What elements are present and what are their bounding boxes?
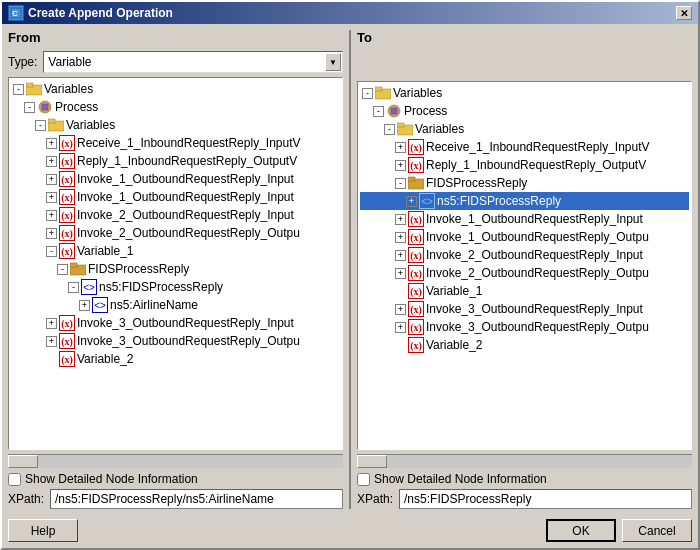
tree-row[interactable]: + (x) Invoke_1_OutboundRequestReply_Inpu…: [11, 170, 340, 188]
tree-row-selected[interactable]: + <> ns5:FIDSProcessReply: [360, 192, 689, 210]
help-button[interactable]: Help: [8, 519, 78, 542]
expander-icon[interactable]: -: [395, 178, 406, 189]
tree-row[interactable]: + (x) Invoke_1_OutboundRequestReply_Outp…: [360, 228, 689, 246]
expander-icon[interactable]: +: [395, 232, 406, 243]
ok-button[interactable]: OK: [546, 519, 616, 542]
expander-icon[interactable]: +: [395, 214, 406, 225]
expander-icon[interactable]: +: [46, 210, 57, 221]
tree-row[interactable]: (x) Variable_2: [360, 336, 689, 354]
node-label: Invoke_3_OutboundRequestReply_Input: [77, 316, 294, 330]
expander-icon[interactable]: +: [79, 300, 90, 311]
node-label: Reply_1_InboundRequestReply_OutputV: [426, 158, 646, 172]
scrollbar-thumb[interactable]: [357, 455, 387, 468]
var-icon: (x): [59, 351, 75, 367]
from-tree[interactable]: - Variables - Process: [8, 77, 343, 450]
tree-row[interactable]: + (x) Receive_1_InboundRequestReply_Inpu…: [11, 134, 340, 152]
tree-row[interactable]: - Process: [360, 102, 689, 120]
tree-row[interactable]: + <> ns5:AirlineName: [11, 296, 340, 314]
from-xpath-input[interactable]: [50, 489, 343, 509]
scrollbar-track: [8, 455, 343, 468]
type-select[interactable]: Variable: [43, 51, 343, 73]
expander-icon[interactable]: -: [373, 106, 384, 117]
expander-icon[interactable]: +: [395, 142, 406, 153]
tree-row[interactable]: + (x) Invoke_1_OutboundRequestReply_Inpu…: [360, 210, 689, 228]
scrollbar-track: [357, 455, 692, 468]
from-scrollbar[interactable]: [8, 454, 343, 468]
tree-row[interactable]: + (x) Invoke_3_OutboundRequestReply_Inpu…: [11, 314, 340, 332]
expander-icon[interactable]: -: [68, 282, 79, 293]
to-detail-checkbox[interactable]: [357, 473, 370, 486]
tree-row[interactable]: + (x) Invoke_2_OutboundRequestReply_Inpu…: [360, 246, 689, 264]
expander-icon[interactable]: -: [35, 120, 46, 131]
expander-icon[interactable]: -: [384, 124, 395, 135]
var-icon: (x): [408, 157, 424, 173]
node-label: Invoke_2_OutboundRequestReply_Input: [426, 248, 643, 262]
expander-icon[interactable]: +: [395, 322, 406, 333]
tree-row[interactable]: + (x) Invoke_3_OutboundRequestReply_Inpu…: [360, 300, 689, 318]
tree-row[interactable]: - Process: [11, 98, 340, 116]
var-icon: (x): [408, 283, 424, 299]
var-icon: (x): [59, 153, 75, 169]
expander-icon[interactable]: +: [395, 268, 406, 279]
expander-icon[interactable]: -: [362, 88, 373, 99]
from-panel: From Type: Variable ▼ -: [8, 30, 343, 509]
tree-row[interactable]: + (x) Reply_1_InboundRequestReply_Output…: [360, 156, 689, 174]
expander-icon[interactable]: +: [406, 196, 417, 207]
tree-row[interactable]: (x) Variable_1: [360, 282, 689, 300]
tree-row[interactable]: - FIDSProcessReply: [360, 174, 689, 192]
type-row: Type: Variable ▼: [8, 51, 343, 73]
expander-icon[interactable]: -: [13, 84, 24, 95]
svg-rect-15: [397, 123, 404, 127]
tree-row[interactable]: (x) Variable_2: [11, 350, 340, 368]
scrollbar-thumb[interactable]: [8, 455, 38, 468]
tree-row[interactable]: - Variables: [360, 120, 689, 138]
expander-icon[interactable]: -: [57, 264, 68, 275]
tree-row[interactable]: - Variables: [11, 116, 340, 134]
to-xpath-input[interactable]: [399, 489, 692, 509]
tree-row[interactable]: - Variables: [360, 84, 689, 102]
to-xpath-row: XPath:: [357, 489, 692, 509]
tree-row[interactable]: + (x) Invoke_1_OutboundRequestReply_Inpu…: [11, 188, 340, 206]
tree-row[interactable]: + (x) Invoke_2_OutboundRequestReply_Outp…: [360, 264, 689, 282]
var-icon: (x): [59, 225, 75, 241]
expander-icon[interactable]: +: [395, 304, 406, 315]
expander-icon[interactable]: +: [46, 174, 57, 185]
expander-icon[interactable]: +: [46, 336, 57, 347]
from-checkbox-row: Show Detailed Node Information: [8, 472, 343, 486]
node-label: Invoke_1_OutboundRequestReply_Input: [77, 172, 294, 186]
cancel-button[interactable]: Cancel: [622, 519, 692, 542]
tree-row[interactable]: + (x) Invoke_3_OutboundRequestReply_Outp…: [11, 332, 340, 350]
dialog-icon: C: [8, 5, 24, 21]
expander-icon[interactable]: +: [46, 192, 57, 203]
type-label: Type:: [8, 55, 37, 69]
tree-row[interactable]: + (x) Receive_1_InboundRequestReply_Inpu…: [360, 138, 689, 156]
var-icon: (x): [59, 315, 75, 331]
node-label: Process: [404, 104, 447, 118]
svg-rect-11: [375, 87, 382, 91]
tree-row[interactable]: + (x) Reply_1_InboundRequestReply_Output…: [11, 152, 340, 170]
expander-icon[interactable]: -: [24, 102, 35, 113]
expander-icon[interactable]: +: [395, 250, 406, 261]
tree-row[interactable]: + (x) Invoke_3_OutboundRequestReply_Outp…: [360, 318, 689, 336]
expander-icon[interactable]: +: [46, 138, 57, 149]
to-scrollbar[interactable]: [357, 454, 692, 468]
tree-row[interactable]: + (x) Invoke_2_OutboundRequestReply_Outp…: [11, 224, 340, 242]
tree-row[interactable]: - (x) Variable_1: [11, 242, 340, 260]
to-tree[interactable]: - Variables - Process: [357, 81, 692, 450]
expander-icon[interactable]: -: [46, 246, 57, 257]
expander-icon[interactable]: +: [46, 228, 57, 239]
expander-icon[interactable]: +: [46, 156, 57, 167]
tree-row[interactable]: - FIDSProcessReply: [11, 260, 340, 278]
close-button[interactable]: ✕: [676, 6, 692, 20]
from-detail-checkbox[interactable]: [8, 473, 21, 486]
var-icon: (x): [408, 265, 424, 281]
node-label: Reply_1_InboundRequestReply_OutputV: [77, 154, 297, 168]
expander-icon[interactable]: +: [395, 160, 406, 171]
tree-row[interactable]: + (x) Invoke_2_OutboundRequestReply_Inpu…: [11, 206, 340, 224]
var-icon: (x): [59, 207, 75, 223]
type-select-wrapper[interactable]: Variable ▼: [43, 51, 343, 73]
tree-row[interactable]: - <> ns5:FIDSProcessReply: [11, 278, 340, 296]
node-label: Variables: [44, 82, 93, 96]
tree-row[interactable]: - Variables: [11, 80, 340, 98]
expander-icon[interactable]: +: [46, 318, 57, 329]
